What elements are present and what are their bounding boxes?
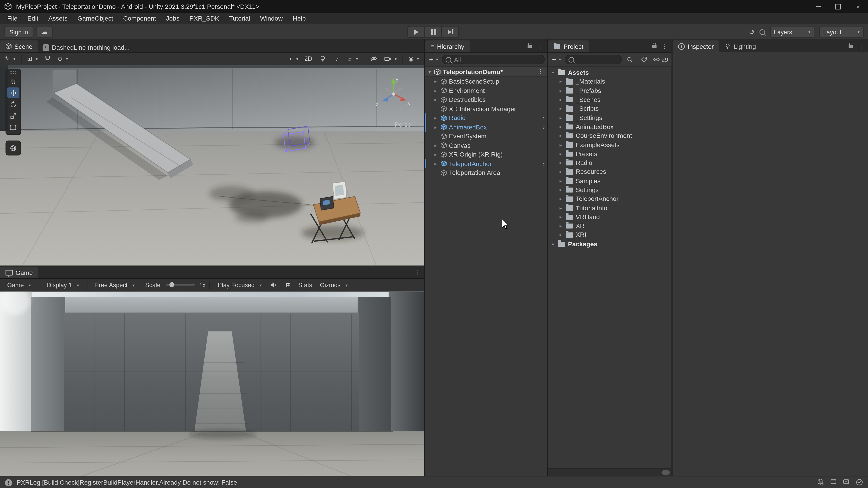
status-message[interactable]: PXRLog [Build Check]RegisterBuildPlayerH… <box>17 479 237 486</box>
hierarchy-item-xr-origin-xr-rig[interactable]: ▸XR Origin (XR Rig) <box>425 150 547 159</box>
perspective-toggle[interactable]: ‹ Persp <box>391 121 411 128</box>
project-folder-xri[interactable]: ▸XRI <box>548 230 671 239</box>
expand-arrow-icon[interactable]: ▸ <box>558 196 563 201</box>
expand-arrow-icon[interactable]: ▸ <box>433 88 438 93</box>
search-by-label-icon[interactable] <box>638 55 650 64</box>
project-folder-tutorialinfo[interactable]: ▸TutorialInfo <box>548 203 671 213</box>
expand-arrow-icon[interactable]: ▸ <box>433 161 438 166</box>
menu-assets[interactable]: Assets <box>43 15 72 22</box>
undo-history-icon[interactable]: ↺ <box>749 28 754 36</box>
expand-arrow-icon[interactable]: ▸ <box>558 151 563 156</box>
expand-arrow-icon[interactable]: ▸ <box>433 142 438 148</box>
kebab-menu-icon[interactable]: ⋮ <box>414 269 420 276</box>
project-folder-presets[interactable]: ▸Presets <box>548 149 671 158</box>
menu-gameobject[interactable]: GameObject <box>72 15 118 22</box>
hierarchy-item-teleportation-area[interactable]: Teleportation Area <box>425 168 547 177</box>
scale-tool-icon[interactable] <box>7 111 20 121</box>
expand-arrow-icon[interactable]: ▸ <box>558 223 563 228</box>
hierarchy-item-radio[interactable]: ▸Radio› <box>425 113 547 123</box>
menu-edit[interactable]: Edit <box>22 15 43 22</box>
project-folder-xr[interactable]: ▸XR <box>548 221 671 230</box>
project-scrollbar-track[interactable] <box>548 468 671 476</box>
scene-effects-toggle-icon[interactable]: ☼▾ <box>345 54 360 64</box>
cloud-services-button[interactable]: ☁ <box>36 26 53 37</box>
pause-button[interactable] <box>425 26 442 37</box>
project-folder-exampleassets[interactable]: ▸ExampleAssets <box>548 140 671 149</box>
expand-arrow-icon[interactable]: ▾ <box>550 70 556 75</box>
expand-arrow-icon[interactable]: ▸ <box>558 115 563 120</box>
sign-in-button[interactable]: Sign in <box>4 26 33 37</box>
project-folder-teleportanchor[interactable]: ▸TeleportAnchor <box>548 194 671 203</box>
search-icon[interactable] <box>760 29 765 35</box>
expand-arrow-icon[interactable]: ▸ <box>550 241 556 247</box>
lock-icon[interactable] <box>528 44 532 48</box>
game-viewport[interactable] <box>0 292 424 478</box>
project-folder-scenes[interactable]: ▸_Scenes <box>548 95 671 104</box>
menu-component[interactable]: Component <box>118 15 161 22</box>
menu-tutorial[interactable]: Tutorial <box>224 15 255 22</box>
tab-game[interactable]: Game <box>0 267 38 278</box>
menu-window[interactable]: Window <box>255 15 288 22</box>
scene-viewport[interactable]: y x z ‹ Persp <box>0 65 424 266</box>
open-in-search-icon[interactable] <box>624 55 636 64</box>
hierarchy-search-input[interactable]: All <box>442 55 545 64</box>
prefab-open-chevron-icon[interactable]: › <box>542 115 545 121</box>
project-folder-animatedbox[interactable]: ▸AnimatedBox <box>548 122 671 131</box>
palette-drag-handle[interactable] <box>10 71 17 74</box>
bell-slash-icon[interactable] <box>817 478 825 487</box>
close-button[interactable]: × <box>848 0 868 13</box>
project-folder-resources[interactable]: ▸Resources <box>548 167 671 176</box>
play-button[interactable] <box>407 26 425 37</box>
expand-arrow-icon[interactable]: ▸ <box>558 169 563 174</box>
tab-inspector[interactable]: i Inspector <box>673 40 719 52</box>
scene-gizmos-dropdown-icon[interactable]: ◉▾ <box>407 54 421 64</box>
scene-options-kebab-icon[interactable]: ⋮ <box>537 68 544 75</box>
project-folder-settings[interactable]: ▸Settings <box>548 185 671 194</box>
kebab-menu-icon[interactable]: ⋮ <box>537 43 543 50</box>
scale-slider[interactable] <box>166 285 195 286</box>
hierarchy-item-environment[interactable]: ▸Environment <box>425 86 547 95</box>
hierarchy-item-destructibles[interactable]: ▸Destructibles <box>425 95 547 104</box>
prefab-open-chevron-icon[interactable]: › <box>542 124 545 130</box>
scene-lighting-toggle-icon[interactable] <box>317 54 329 64</box>
prefab-open-chevron-icon[interactable]: › <box>542 160 545 167</box>
menu-jobs[interactable]: Jobs <box>161 15 184 22</box>
kebab-menu-icon[interactable]: ⋮ <box>858 43 864 50</box>
expand-arrow-icon[interactable]: ▸ <box>558 142 563 147</box>
scale-slider-thumb[interactable] <box>169 282 174 287</box>
project-folder-prefabs[interactable]: ▸_Prefabs <box>548 86 671 95</box>
project-folder-courseenvironment[interactable]: ▸CourseEnvironment <box>548 131 671 140</box>
view-hand-tool-icon[interactable] <box>7 76 20 87</box>
hierarchy-item-teleportanchor[interactable]: ▸TeleportAnchor› <box>425 159 547 168</box>
check-circle-icon[interactable] <box>856 478 863 487</box>
grid-visibility-icon[interactable]: ⊞▾ <box>26 54 39 64</box>
rotate-tool-icon[interactable] <box>7 99 20 109</box>
hierarchy-scene-root[interactable]: ▾ TeleportationDemo* ⋮ <box>425 67 547 77</box>
expand-arrow-icon[interactable]: ▸ <box>558 79 563 84</box>
orientation-gizmo[interactable]: y x z <box>374 74 413 113</box>
tab-hierarchy[interactable]: ≡ Hierarchy <box>425 40 470 52</box>
project-search-input[interactable] <box>565 55 622 64</box>
tab-scene[interactable]: Scene <box>0 40 38 52</box>
step-button[interactable] <box>442 26 459 37</box>
project-scrollbar-thumb[interactable] <box>662 470 670 475</box>
scene-camera-settings-icon[interactable]: ▾ <box>382 54 398 64</box>
scene-visibility-icon[interactable] <box>368 54 380 64</box>
vsync-grid-icon[interactable]: ⊞ <box>282 280 294 290</box>
world-space-globe-icon[interactable] <box>7 143 20 153</box>
create-asset-button[interactable]: +▾ <box>550 55 563 64</box>
layout-dropdown[interactable]: Layout▾ <box>819 26 864 37</box>
expand-arrow-icon[interactable]: ▸ <box>558 124 563 129</box>
project-root-assets[interactable]: ▾Assets <box>548 68 671 77</box>
scene-audio-toggle-icon[interactable]: ♪ <box>331 54 343 64</box>
expand-arrow-icon[interactable]: ▸ <box>433 97 438 102</box>
shading-mode-icon[interactable]: ◐▾ <box>287 54 300 64</box>
snap-magnet-icon[interactable] <box>41 54 54 64</box>
create-object-button[interactable]: +▾ <box>428 55 440 64</box>
expand-arrow-icon[interactable]: ▸ <box>433 115 438 121</box>
console-info-icon[interactable]: ! <box>5 479 12 486</box>
aspect-ratio-dropdown[interactable]: Free Aspect▾ <box>91 279 138 291</box>
hierarchy-item-xr-interaction-manager[interactable]: XR Interaction Manager <box>425 104 547 113</box>
project-folder-scripts[interactable]: ▸_Scripts <box>548 104 671 113</box>
lock-icon[interactable] <box>652 44 657 48</box>
